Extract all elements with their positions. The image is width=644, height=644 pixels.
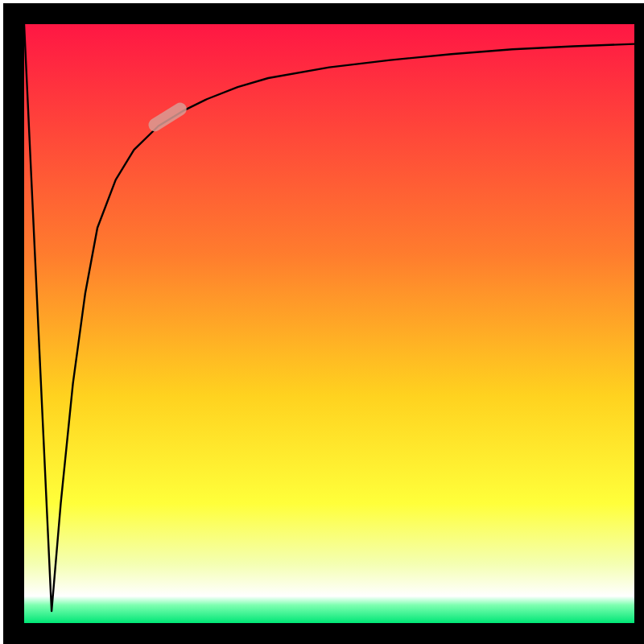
chart-frame: TheBottleneck.com <box>0 0 644 644</box>
svg-rect-0 <box>24 24 634 623</box>
chart-svg <box>0 0 644 644</box>
